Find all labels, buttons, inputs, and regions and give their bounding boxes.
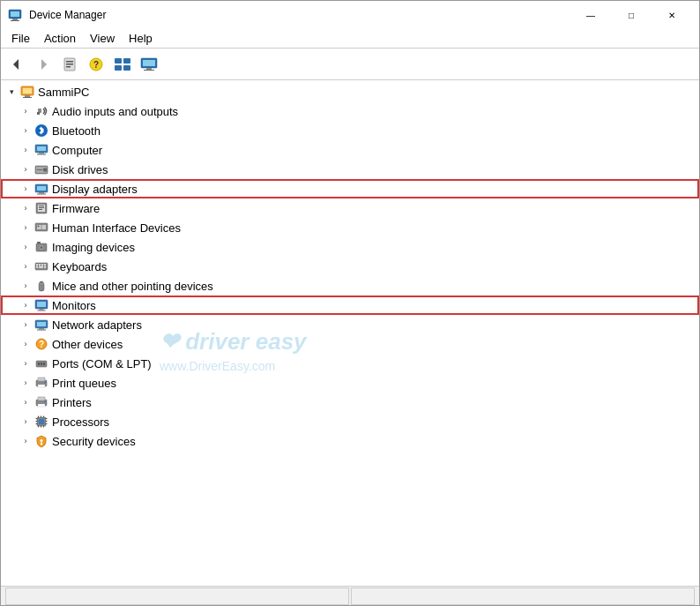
imaging-icon bbox=[34, 239, 49, 255]
tree-item-otherdevices[interactable]: › ? Other devices bbox=[1, 334, 699, 354]
hid-chevron: › bbox=[19, 221, 33, 235]
dm-view-button[interactable] bbox=[110, 52, 135, 77]
firmware-chevron: › bbox=[19, 201, 33, 215]
hid-label: Human Interface Devices bbox=[52, 221, 181, 235]
svg-rect-95 bbox=[36, 423, 38, 424]
ports-label: Ports (COM & LPT) bbox=[52, 357, 152, 370]
svg-text:?: ? bbox=[93, 60, 99, 70]
processors-label: Processors bbox=[52, 415, 109, 429]
printers-label: Printers bbox=[52, 396, 92, 409]
svg-rect-30 bbox=[37, 154, 46, 155]
otherdevices-chevron: › bbox=[19, 337, 33, 351]
tree-item-firmware[interactable]: › Firmware bbox=[1, 198, 699, 218]
app-icon bbox=[8, 8, 22, 22]
tree-item-bluetooth[interactable]: › Bluetooth bbox=[1, 121, 699, 140]
tree-item-audio[interactable]: › Audio inputs and outputs bbox=[1, 101, 699, 121]
svg-rect-94 bbox=[36, 421, 38, 422]
svg-rect-70 bbox=[37, 330, 46, 331]
firmware-label: Firmware bbox=[52, 202, 100, 215]
svg-rect-58 bbox=[36, 266, 38, 268]
svg-rect-7 bbox=[66, 61, 73, 63]
svg-rect-76 bbox=[43, 363, 45, 365]
help-button[interactable]: ? bbox=[84, 52, 108, 77]
device-tree[interactable]: ▾ SammiPC › bbox=[1, 80, 699, 586]
displayadapters-chevron: › bbox=[19, 182, 33, 196]
title-bar: Device Manager — □ ✕ bbox=[1, 1, 699, 29]
tree-item-computer[interactable]: › Computer bbox=[1, 140, 699, 160]
svg-rect-43 bbox=[39, 207, 44, 208]
tree-item-displayadapters[interactable]: › Display adapters bbox=[1, 179, 699, 198]
tree-item-printqueues[interactable]: › Print queues bbox=[1, 373, 699, 393]
processors-icon bbox=[34, 414, 49, 430]
audio-chevron: › bbox=[19, 104, 33, 118]
firmware-icon bbox=[34, 200, 49, 216]
svg-rect-89 bbox=[43, 416, 44, 418]
bluetooth-chevron: › bbox=[19, 123, 33, 138]
svg-rect-91 bbox=[41, 426, 41, 428]
svg-rect-66 bbox=[38, 310, 46, 311]
ports-icon bbox=[34, 355, 49, 371]
tree-item-network[interactable]: › Network adapters bbox=[1, 315, 699, 334]
tree-item-keyboards[interactable]: › Keyboards bbox=[1, 257, 699, 276]
svg-rect-13 bbox=[123, 58, 130, 64]
printqueues-label: Print queues bbox=[52, 377, 116, 390]
svg-rect-1 bbox=[11, 11, 19, 17]
menu-action[interactable]: Action bbox=[37, 30, 83, 47]
security-icon bbox=[34, 433, 49, 449]
keyboards-label: Keyboards bbox=[52, 260, 107, 273]
svg-rect-9 bbox=[66, 66, 71, 68]
dm-view-icon bbox=[114, 57, 131, 71]
computer-label: Computer bbox=[52, 144, 102, 157]
close-button[interactable]: ✕ bbox=[652, 1, 692, 29]
svg-rect-23 bbox=[23, 97, 32, 98]
bluetooth-label: Bluetooth bbox=[52, 124, 101, 138]
printers-icon bbox=[34, 394, 49, 410]
monitor-button[interactable] bbox=[137, 52, 161, 77]
help-icon: ? bbox=[89, 57, 103, 71]
monitor-icon bbox=[140, 57, 158, 71]
monitors-chevron: › bbox=[19, 298, 33, 312]
back-button[interactable] bbox=[4, 52, 29, 77]
maximize-button[interactable]: □ bbox=[611, 1, 652, 29]
audio-icon bbox=[34, 103, 49, 119]
window-title: Device Manager bbox=[29, 9, 570, 21]
svg-rect-19 bbox=[144, 70, 154, 71]
svg-rect-56 bbox=[41, 265, 43, 266]
svg-rect-25 bbox=[37, 112, 40, 115]
menu-view[interactable]: View bbox=[83, 30, 122, 47]
svg-point-34 bbox=[44, 169, 46, 171]
svg-rect-22 bbox=[25, 95, 30, 97]
tree-root[interactable]: ▾ SammiPC bbox=[1, 82, 699, 101]
svg-rect-79 bbox=[38, 385, 45, 387]
svg-rect-82 bbox=[38, 397, 45, 400]
toolbar: ? bbox=[1, 49, 699, 80]
tree-item-monitors[interactable]: › Monitors bbox=[1, 296, 699, 315]
menu-help[interactable]: Help bbox=[122, 30, 160, 47]
menu-file[interactable]: File bbox=[4, 30, 37, 47]
network-icon bbox=[34, 317, 49, 333]
properties-button[interactable] bbox=[57, 52, 82, 77]
tree-item-imaging[interactable]: › Imaging devices bbox=[1, 237, 699, 257]
svg-text:?: ? bbox=[39, 340, 44, 349]
diskdrives-chevron: › bbox=[19, 162, 33, 176]
tree-item-processors[interactable]: › bbox=[1, 412, 699, 431]
svg-rect-12 bbox=[115, 58, 122, 64]
svg-rect-35 bbox=[37, 169, 42, 170]
tree-item-security[interactable]: › Security devices bbox=[1, 431, 699, 451]
svg-rect-3 bbox=[11, 20, 19, 21]
tree-item-ports[interactable]: › Ports (COM & LPT) bbox=[1, 354, 699, 373]
properties-icon bbox=[63, 57, 77, 71]
status-pane-right bbox=[351, 587, 695, 605]
svg-rect-92 bbox=[43, 426, 44, 428]
hid-icon bbox=[34, 220, 49, 236]
tree-item-diskdrives[interactable]: › Disk drives bbox=[1, 160, 699, 179]
tree-item-printers[interactable]: › Printers bbox=[1, 393, 699, 412]
otherdevices-icon: ? bbox=[34, 336, 49, 352]
window-controls: — □ ✕ bbox=[570, 1, 692, 29]
tree-item-hid[interactable]: › Human Interface Devices bbox=[1, 218, 699, 237]
svg-rect-57 bbox=[44, 265, 46, 266]
printqueues-chevron: › bbox=[19, 376, 33, 390]
forward-button[interactable] bbox=[31, 52, 56, 77]
tree-item-mice[interactable]: › Mice and other pointing devices bbox=[1, 276, 699, 296]
minimize-button[interactable]: — bbox=[570, 1, 611, 29]
